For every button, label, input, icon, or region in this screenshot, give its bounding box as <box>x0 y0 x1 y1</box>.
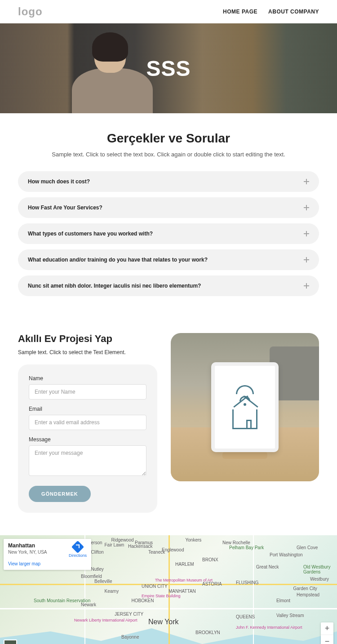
zoom-out-button[interactable]: − <box>321 635 333 644</box>
map-label-ridgewood: Ridgewood <box>111 537 134 542</box>
map-label-bronx: BRONX <box>202 557 218 562</box>
name-input[interactable] <box>29 384 146 400</box>
accordion-label: How much does it cost? <box>28 178 90 185</box>
map-label-newyork: New York <box>148 618 179 626</box>
map-label-westbury: Westbury <box>310 577 329 582</box>
map-label-fairlawn: Fair Lawn <box>105 542 124 547</box>
view-larger-map-link[interactable]: View larger map <box>8 561 87 566</box>
main-nav: HOME PAGE ABOUT COMPANY <box>223 9 319 15</box>
accordion-item-speed[interactable]: How Fast Are Your Services? <box>18 197 319 218</box>
map-label-hempstead: Hempstead <box>297 592 319 597</box>
contact-form: Name Email Message GÖNDERMEK <box>18 364 157 513</box>
map-info-title: Manhattan <box>8 542 47 549</box>
map-section[interactable]: New York MANHATTAN BROOKLYN QUEENS JERSE… <box>0 535 337 644</box>
directions-icon <box>71 541 84 553</box>
map-label-pelham: Pelham Bay Park <box>229 545 264 550</box>
plus-icon <box>304 179 309 184</box>
project-title: Akıllı Ev Projesi Yap <box>18 333 157 345</box>
map-label-jfk: John F. Kennedy International Airport <box>236 625 302 630</box>
nav-about[interactable]: ABOUT COMPANY <box>268 9 319 15</box>
map-zoom-controls: + − <box>321 622 333 644</box>
nav-home[interactable]: HOME PAGE <box>223 9 257 15</box>
map-label-hoboken: HOBOKEN <box>132 598 154 603</box>
submit-button[interactable]: GÖNDERMEK <box>29 486 91 502</box>
accordion-item-education[interactable]: What education and/or training do you ha… <box>18 249 319 270</box>
map-label-bloomfield: Bloomfield <box>81 574 102 579</box>
email-input[interactable] <box>29 415 146 430</box>
map-label-empire: Empire State Building <box>142 594 181 598</box>
map-label-southmtn: South Mountain Reservation <box>34 598 90 603</box>
map-label-oldwestbury: Old Westbury Gardens <box>303 564 337 574</box>
hero-banner: SSS <box>0 23 337 113</box>
email-label: Email <box>29 406 146 412</box>
map-label-kearny: Kearny <box>105 589 119 594</box>
plus-icon <box>304 231 309 236</box>
map-type-toggle[interactable] <box>4 640 17 644</box>
map-label-bayonne: Bayonne <box>121 635 139 640</box>
map-label-nutley: Nutley <box>91 567 104 572</box>
map-label-union: UNION CITY <box>142 584 168 589</box>
map-label-queens: QUEENS <box>236 614 255 619</box>
plus-icon <box>304 205 309 210</box>
accordion-label: How Fast Are Your Services? <box>28 204 102 211</box>
header: logo HOME PAGE ABOUT COMPANY <box>0 0 337 23</box>
map-label-met: The Metropolitan Museum of Art <box>155 578 213 582</box>
faq-title: Gerçekler ve Sorular <box>18 131 319 146</box>
map-label-flushing: FLUSHING <box>236 580 259 585</box>
accordion-label: Nunc sit amet nibh dolor. Integer iaculi… <box>28 283 201 289</box>
map-label-newrochelle: New Rochelle <box>222 540 250 545</box>
project-form-column: Akıllı Ev Projesi Yap Sample text. Click… <box>18 333 157 513</box>
map-label-clifton: Clifton <box>91 550 104 555</box>
map-label-manhattan: MANHATTAN <box>168 589 196 594</box>
project-image-column <box>171 333 319 513</box>
map-label-elmont: Elmont <box>276 598 290 603</box>
faq-accordion: How much does it cost? How Fast Are Your… <box>18 171 319 296</box>
plus-icon <box>304 257 309 262</box>
map-label-englewood: Englewood <box>162 547 184 552</box>
map-info-card: Manhattan New York, NY, USA Directions V… <box>4 539 91 570</box>
map-label-harlem: HARLEM <box>175 562 194 567</box>
map-directions-button[interactable]: Directions <box>69 542 87 558</box>
project-section: Akıllı Ev Projesi Yap Sample text. Click… <box>0 324 337 535</box>
map-label-jersey: JERSEY CITY <box>115 612 143 617</box>
name-label: Name <box>29 375 146 382</box>
accordion-label: What types of customers have you worked … <box>28 231 153 237</box>
message-textarea[interactable] <box>29 445 146 476</box>
map-label-portwash: Port Washington <box>270 552 303 557</box>
hero-person-illustration <box>63 28 153 113</box>
zoom-in-button[interactable]: + <box>321 622 333 635</box>
map-label-yonkers: Yonkers <box>186 537 202 542</box>
map-info-address: New York, NY, USA <box>8 550 47 555</box>
accordion-item-lorem[interactable]: Nunc sit amet nibh dolor. Integer iaculi… <box>18 275 319 296</box>
accordion-item-customers[interactable]: What types of customers have you worked … <box>18 223 319 244</box>
faq-subtitle: Sample text. Click to select the text bo… <box>18 151 319 158</box>
faq-section: Gerçekler ve Sorular Sample text. Click … <box>0 113 337 324</box>
directions-label: Directions <box>69 553 87 558</box>
map-label-newarkair: Newark Liberty International Airport <box>74 618 137 622</box>
map-label-valleystream: Valley Stream <box>276 613 304 618</box>
map-label-brooklyn: BROOKLYN <box>195 630 220 635</box>
logo[interactable]: logo <box>18 5 43 18</box>
smart-home-image <box>171 333 319 481</box>
map-label-gardencity: Garden City <box>293 586 317 591</box>
accordion-item-cost[interactable]: How much does it cost? <box>18 171 319 192</box>
map-label-paramus: Paramus <box>135 540 153 545</box>
project-subtitle: Sample text. Click to select the Text El… <box>18 349 157 355</box>
map-label-belleville: Belleville <box>94 579 112 584</box>
message-label: Message <box>29 436 146 443</box>
hero-title: SSS <box>146 56 191 81</box>
accordion-label: What education and/or training do you ha… <box>28 257 208 263</box>
map-label-glencove: Glen Cove <box>297 545 318 550</box>
map-label-greatneck: Great Neck <box>256 564 279 569</box>
plus-icon <box>304 283 309 289</box>
